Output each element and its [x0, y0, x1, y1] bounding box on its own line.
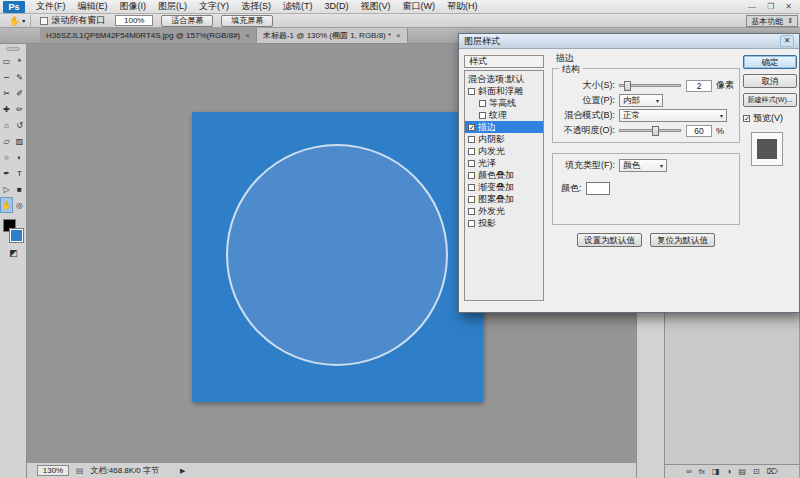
size-slider[interactable] — [619, 84, 681, 87]
layer-group-icon[interactable]: ▤ — [738, 467, 746, 476]
clone-stamp-tool-icon[interactable]: ⌂ — [0, 117, 13, 133]
dodge-tool-icon[interactable]: ◐ — [13, 149, 26, 165]
zoom-100-button[interactable]: 100% — [115, 15, 153, 26]
menu-item-window[interactable]: 窗口(W) — [397, 0, 442, 13]
minimize-icon[interactable]: — — [748, 2, 756, 11]
style-item-inner-shadow[interactable]: 内阴影 — [465, 133, 543, 145]
crop-tool-icon[interactable]: ✂ — [0, 85, 13, 101]
new-layer-icon[interactable]: ⊡ — [753, 467, 760, 476]
quick-mask-icon[interactable]: ◩ — [0, 246, 27, 260]
style-item-inner-glow[interactable]: 内发光 — [465, 145, 543, 157]
checkbox[interactable] — [468, 196, 475, 203]
fill-screen-button[interactable]: 填充屏幕 — [221, 15, 273, 27]
checkbox[interactable] — [479, 112, 486, 119]
link-layers-icon[interactable]: ∞ — [686, 467, 692, 476]
style-item-pattern-overlay[interactable]: 图案叠加 — [465, 193, 543, 205]
restore-icon[interactable]: ❐ — [767, 2, 774, 11]
style-item-outer-glow[interactable]: 外发光 — [465, 205, 543, 217]
menu-item-image[interactable]: 图像(I) — [114, 0, 153, 13]
style-item-bevel-emboss[interactable]: 斜面和浮雕 — [465, 85, 543, 97]
checkbox[interactable] — [468, 208, 475, 215]
fit-screen-button[interactable]: 适合屏幕 — [161, 15, 213, 27]
menu-item-select[interactable]: 选择(S) — [235, 0, 277, 13]
ellipse-shape-layer[interactable] — [226, 144, 448, 366]
checkbox[interactable] — [468, 148, 475, 155]
rectangle-tool-icon[interactable]: ■ — [13, 181, 26, 197]
zoom-tool-icon[interactable]: ◎ — [13, 197, 26, 213]
checkbox[interactable] — [468, 172, 475, 179]
style-item-stroke[interactable]: ✓ 描边 — [465, 121, 543, 133]
rectangular-marquee-tool-icon[interactable]: ▭ — [0, 53, 13, 69]
checkbox[interactable] — [468, 184, 475, 191]
position-dropdown[interactable]: 内部 ▾ — [619, 94, 663, 107]
toolbar-grip[interactable] — [6, 47, 20, 51]
background-color-swatch[interactable] — [10, 229, 23, 242]
checkbox[interactable] — [479, 100, 486, 107]
type-tool-icon[interactable]: T — [13, 165, 26, 181]
tab-document-jpg[interactable]: H36SZJL1QP6M42F54M0RT4S.jpg @ 157%(RGB/8… — [40, 28, 257, 43]
cancel-button[interactable]: 取消 — [743, 74, 797, 88]
eyedropper-tool-icon[interactable]: ✐ — [13, 85, 26, 101]
layer-effects-icon[interactable]: fx — [699, 467, 705, 476]
status-zoom-field[interactable]: 130% — [37, 465, 69, 476]
fill-type-dropdown[interactable]: 颜色 ▾ — [619, 159, 667, 172]
healing-brush-tool-icon[interactable]: ✚ — [0, 101, 13, 117]
eraser-tool-icon[interactable]: ▱ — [0, 133, 13, 149]
workspace-switcher[interactable]: 基本功能 ⇕ — [746, 15, 798, 27]
tab-close-icon[interactable]: × — [245, 31, 250, 40]
opacity-value-field[interactable]: 60 — [686, 125, 712, 137]
quick-selection-tool-icon[interactable]: ✎ — [13, 69, 26, 85]
menu-item-type[interactable]: 文字(Y) — [193, 0, 235, 13]
gradient-tool-icon[interactable]: ▨ — [13, 133, 26, 149]
delete-layer-icon[interactable]: ⌦ — [767, 467, 778, 476]
set-default-button[interactable]: 设置为默认值 — [577, 233, 642, 247]
path-selection-tool-icon[interactable]: ▷ — [0, 181, 13, 197]
tool-preset-picker[interactable]: ✋ ▾ — [4, 15, 31, 27]
menu-item-view[interactable]: 视图(V) — [355, 0, 397, 13]
scroll-all-windows-checkbox[interactable] — [40, 17, 48, 25]
tab-close-icon[interactable]: × — [396, 31, 401, 40]
style-item-contour[interactable]: 等高线 — [465, 97, 543, 109]
menu-item-help[interactable]: 帮助(H) — [441, 0, 484, 13]
style-item-satin[interactable]: 光泽 — [465, 157, 543, 169]
brush-tool-icon[interactable]: ✏ — [13, 101, 26, 117]
pen-tool-icon[interactable]: ✒ — [0, 165, 13, 181]
menu-item-layer[interactable]: 图层(L) — [152, 0, 193, 13]
tab-document-untitled[interactable]: 未标题-1 @ 130% (椭圆 1, RGB/8) * × — [257, 28, 408, 43]
menu-item-edit[interactable]: 编辑(E) — [72, 0, 114, 13]
adjustment-layer-icon[interactable]: ◑ — [727, 467, 732, 476]
dialog-title-bar[interactable]: 图层样式 ✕ — [459, 34, 799, 49]
style-item-drop-shadow[interactable]: 投影 — [465, 217, 543, 229]
document-artboard[interactable] — [192, 112, 483, 402]
hand-tool-icon[interactable]: ✋ — [0, 197, 13, 213]
size-slider-thumb[interactable] — [624, 81, 631, 91]
opacity-slider-thumb[interactable] — [652, 126, 659, 136]
checkbox[interactable] — [468, 136, 475, 143]
blur-tool-icon[interactable]: ○ — [0, 149, 13, 165]
style-item-blend-options[interactable]: 混合选项:默认 — [465, 73, 543, 85]
opacity-slider[interactable] — [619, 129, 681, 132]
dialog-close-icon[interactable]: ✕ — [780, 35, 794, 47]
ok-button[interactable]: 确定 — [743, 55, 797, 69]
menu-item-filter[interactable]: 滤镜(T) — [277, 0, 319, 13]
blend-mode-dropdown[interactable]: 正常 ▾ — [619, 109, 727, 122]
move-tool-icon[interactable]: ⌖ — [13, 53, 26, 69]
reset-default-button[interactable]: 复位为默认值 — [650, 233, 715, 247]
checkbox[interactable] — [468, 220, 475, 227]
stroke-color-swatch[interactable] — [586, 182, 610, 195]
size-value-field[interactable]: 2 — [686, 80, 712, 92]
menu-item-3d[interactable]: 3D(D) — [319, 0, 355, 13]
checkbox-checked[interactable]: ✓ — [468, 124, 475, 131]
layer-mask-icon[interactable]: ◨ — [712, 467, 720, 476]
checkbox[interactable] — [468, 160, 475, 167]
style-item-color-overlay[interactable]: 颜色叠加 — [465, 169, 543, 181]
checkbox[interactable] — [468, 88, 475, 95]
status-options-arrow-icon[interactable]: ▶ — [180, 467, 185, 475]
preview-checkbox-checked[interactable]: ✓ — [743, 115, 750, 122]
history-brush-tool-icon[interactable]: ↺ — [13, 117, 26, 133]
style-item-texture[interactable]: 纹理 — [465, 109, 543, 121]
lasso-tool-icon[interactable]: ∽ — [0, 69, 13, 85]
menu-item-file[interactable]: 文件(F) — [30, 0, 72, 13]
new-style-button[interactable]: 新建样式(W)... — [743, 93, 797, 107]
close-icon[interactable]: ✕ — [785, 2, 792, 11]
